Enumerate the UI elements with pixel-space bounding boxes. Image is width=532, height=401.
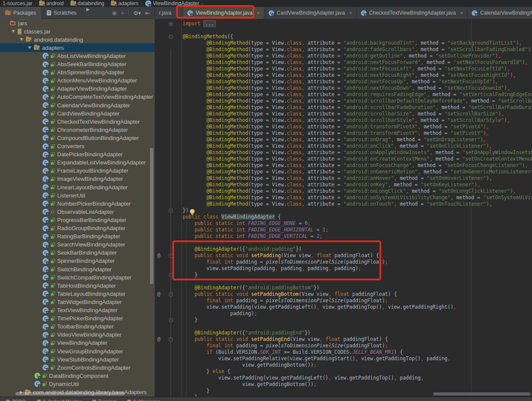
tree-item[interactable]: CCheckedTextViewBindingAdapter — [0, 117, 155, 126]
tree-item[interactable]: CAbsListViewBindingAdapter — [0, 52, 155, 60]
breadcrumb-item[interactable]: 1-sources.jar — [2, 0, 33, 6]
code-token: (paddingFloat) — [343, 343, 385, 349]
tree-item[interactable]: CRadioGroupBindingAdapter — [0, 224, 155, 233]
tree-item[interactable]: CCalendarViewBindingAdapter — [0, 101, 155, 109]
tree-item[interactable]: CAbsSpinnerBindingAdapter — [0, 68, 155, 77]
tree-item[interactable]: CNumberPickerBindingAdapter — [0, 199, 155, 208]
fold-marker-icon[interactable]: ˄ — [169, 209, 173, 213]
tree-item[interactable]: CAbsSeekBarBindingAdapter — [0, 60, 155, 69]
tree-item[interactable]: android.databinding — [0, 35, 155, 44]
breadcrumb-item[interactable]: databinding — [70, 0, 105, 6]
fold-marker-icon[interactable]: ˅ — [169, 337, 173, 341]
tree-item[interactable]: CImageViewBindingAdapter — [0, 175, 155, 183]
fold-marker-icon[interactable]: ˄ — [169, 318, 173, 322]
tree-item[interactable]: CVideoViewBindingAdapter — [0, 331, 155, 339]
tree-expand-arrow-icon[interactable] — [12, 30, 15, 33]
run-arrow-icon[interactable]: ▶ — [86, 7, 90, 19]
tree-item[interactable]: CAutoCompleteTextViewBindingAdapter — [0, 93, 155, 101]
tree-item[interactable]: CChronometerBindingAdapter — [0, 125, 155, 134]
editor-tab[interactable]: CViewBindingAdapter.java× — [183, 7, 264, 19]
tree-item[interactable]: CSeekBarBindingAdapter — [0, 249, 155, 257]
tree-item[interactable]: CDynamicUtil — [0, 380, 155, 388]
code-token: "android:nextFocusLeft" — [343, 66, 412, 72]
panel-tab-packages[interactable]: Packages — [0, 7, 42, 19]
collapse-icon[interactable]: ÷ — [121, 10, 124, 16]
public-lock-icon — [51, 316, 55, 321]
tree-item[interactable]: CRatingBarBindingAdapter — [0, 232, 155, 241]
binding-adapter-gutter-icon[interactable]: @ — [157, 336, 160, 342]
tree-item[interactable]: CSearchViewBindingAdapter — [0, 240, 155, 249]
fold-marker-icon[interactable]: ˅ — [169, 292, 173, 296]
fold-marker-icon[interactable]: ˅ — [169, 35, 173, 39]
statusbar-item[interactable]: Terminal — [92, 399, 116, 401]
settings-icon[interactable]: ⚙▾ — [133, 10, 141, 16]
panel-tab-scratches[interactable]: Scratches — [42, 7, 82, 19]
tree-item[interactable]: CSwitchCompatBindingAdapter — [0, 273, 155, 282]
folded-imports[interactable]: ... — [203, 20, 216, 27]
binding-adapter-gutter-icon[interactable]: @ — [157, 291, 160, 297]
tree-item[interactable]: CSwitchBindingAdapter — [0, 265, 155, 273]
tree-item[interactable]: CDatePickerBindingAdapter — [0, 150, 155, 159]
tree-horizontal-scrollbar[interactable] — [15, 392, 125, 395]
class-icon: C — [43, 307, 49, 313]
tree-item[interactable]: CViewStubBindingAdapter — [0, 355, 155, 364]
editor-tab[interactable]: CCardViewBindingAdapter.java× — [264, 7, 357, 19]
tree-item[interactable]: CZoomControlsBindingAdapter — [0, 363, 155, 372]
statusbar-item[interactable]: 0: Messages — [127, 399, 160, 401]
close-tab-icon[interactable]: × — [257, 10, 260, 15]
tree-item[interactable]: CTabHostBindingAdapter — [0, 281, 155, 290]
editor-tab[interactable]: CCalendarViewBindingAdapter.j — [468, 7, 532, 19]
tree-item[interactable]: CProgressBarBindingAdapter — [0, 216, 155, 224]
code-token: ({ — [239, 285, 245, 291]
tree-item[interactable]: CExpandableListViewBindingAdapter — [0, 158, 155, 167]
tree-item[interactable]: CViewBindingAdapter — [0, 339, 155, 347]
fold-marker-icon[interactable]: + — [169, 22, 173, 26]
editor-tab[interactable]: r.java× — [155, 7, 183, 19]
code-token: (type = View. — [248, 66, 287, 72]
tree-item[interactable]: CSpinnerBindingAdapter — [0, 257, 155, 265]
statusbar-item[interactable]: 6: Android Monitor — [37, 399, 81, 401]
tree-item[interactable]: classes.jar — [0, 27, 155, 36]
tree-item[interactable]: CTableLayoutBindingAdapter — [0, 289, 155, 298]
tree-expand-arrow-icon[interactable] — [28, 46, 31, 49]
close-tab-icon[interactable]: × — [349, 10, 352, 15]
editor-tab[interactable]: CCheckedTextViewBindingAdapter.java× — [357, 7, 468, 19]
code-editor[interactable]: import ...@BindingMethods({ @BindingMeth… — [155, 19, 532, 401]
close-tab-icon[interactable]: × — [460, 10, 463, 15]
tree-item[interactable]: CCardViewBindingAdapter — [0, 109, 155, 118]
tree-item[interactable]: CTextViewBindingAdapter — [0, 306, 155, 315]
intention-bulb-icon[interactable] — [190, 208, 195, 216]
tree-item[interactable]: IDataBindingComponent — [0, 371, 155, 380]
tree-item[interactable]: CFrameLayoutBindingAdapter — [0, 167, 155, 175]
tree-item[interactable]: CTimePickerBindingAdapter — [0, 314, 155, 323]
tree-item[interactable]: CConverters — [0, 142, 155, 151]
tree-item[interactable]: adapters — [0, 43, 155, 52]
tree-item[interactable]: CActionMenuViewBindingAdapter — [0, 76, 155, 85]
breadcrumb-item[interactable]: CViewBindingAdapter — [144, 0, 200, 6]
tree-item[interactable]: CLinearLayoutBindingAdapter — [0, 183, 155, 191]
code-token: , — [302, 201, 308, 207]
code-line: view.setPadding(padding, padding, paddin… — [183, 265, 361, 272]
binding-adapter-gutter-icon[interactable]: @ — [157, 252, 160, 258]
breadcrumb-item[interactable]: adapters — [110, 0, 139, 6]
tree-vertical-scrollbar[interactable] — [150, 148, 153, 284]
tree-item[interactable]: CViewGroupBindingAdapter — [0, 347, 155, 355]
tree-item[interactable]: jars — [0, 19, 155, 27]
breadcrumb-item[interactable]: android — [38, 0, 64, 6]
tree-item[interactable]: CAdapterViewBindingAdapter — [0, 85, 155, 93]
project-tree[interactable]: jarsclasses.jarandroid.databindingadapte… — [0, 19, 155, 397]
tree-item[interactable]: CTabWidgetBindingAdapter — [0, 298, 155, 306]
tree-item[interactable]: CCompoundButtonBindingAdapter — [0, 134, 155, 142]
hide-panel-icon[interactable]: ⇤ — [145, 10, 150, 16]
tree-item[interactable]: CObservableListAdapter — [0, 207, 155, 216]
tree-item[interactable]: CToolbarBindingAdapter — [0, 322, 155, 331]
close-tab-icon[interactable]: × — [176, 10, 178, 15]
fold-marker-icon[interactable]: ˅ — [169, 254, 173, 258]
tree-expand-arrow-icon[interactable] — [20, 38, 23, 41]
statusbar-item[interactable]: TODO — [6, 399, 26, 401]
editor-horizontal-scrollbar[interactable] — [433, 392, 531, 395]
editor-tab-label: r.java — [159, 10, 171, 16]
fold-marker-icon[interactable]: ˄ — [169, 273, 173, 277]
tree-item[interactable]: CListenerUtil — [0, 191, 155, 200]
locate-icon[interactable]: ⊕ — [112, 10, 117, 16]
